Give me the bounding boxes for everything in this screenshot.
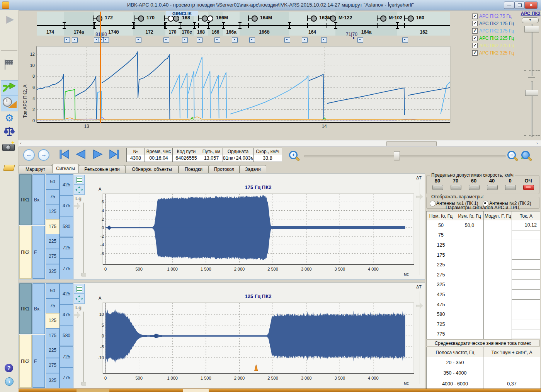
close-button[interactable]: × bbox=[525, 2, 538, 9]
speed-led-70[interactable] bbox=[451, 185, 461, 190]
legend-checkbox[interactable]: ✓ bbox=[472, 43, 478, 48]
freq-button-325[interactable]: 325 bbox=[46, 373, 60, 388]
sidebar: ▶⚙?i bbox=[0, 10, 19, 392]
channel-dropdown[interactable]: ▼ bbox=[522, 17, 539, 23]
gain-slider-thumb[interactable] bbox=[524, 26, 539, 32]
zoom-fit-icon[interactable]: ‹› bbox=[521, 151, 530, 159]
last-button[interactable] bbox=[107, 149, 121, 160]
input-button[interactable]: Вх. bbox=[32, 174, 45, 225]
pk2-button[interactable]: ПК2 bbox=[19, 335, 32, 388]
freq-button-425[interactable]: 425 bbox=[60, 174, 73, 195]
freq-button-125[interactable]: 125 bbox=[46, 313, 60, 328]
scale-slider-thumb[interactable] bbox=[525, 90, 538, 96]
legend-checkbox[interactable]: ✓ bbox=[472, 21, 478, 26]
speed-led-0[interactable] bbox=[505, 185, 516, 190]
pk2-button[interactable]: ПК2 bbox=[19, 226, 32, 279]
main-current-chart[interactable]: 0246810121314Ток АРС ПК2, А bbox=[22, 43, 451, 133]
pk1-button[interactable]: ПК1 bbox=[19, 174, 32, 225]
scroll-icon[interactable] bbox=[4, 164, 14, 171]
freq-button-225[interactable]: 225 bbox=[46, 234, 60, 249]
freq-button-325[interactable]: 325 bbox=[46, 264, 60, 279]
lg-slider-end[interactable] bbox=[82, 382, 86, 385]
input-button[interactable]: Вх. bbox=[32, 283, 45, 334]
scroll-thumb[interactable] bbox=[386, 141, 437, 146]
lg-slider-track[interactable] bbox=[83, 203, 84, 275]
lg-slider-track[interactable] bbox=[83, 312, 84, 384]
signal-chart-svg[interactable]: 175 Гц ПК2А-6-4-2024605001 0001 5002 000… bbox=[87, 174, 416, 279]
freq-button-580[interactable]: 580 bbox=[60, 216, 73, 237]
speed-led-80[interactable] bbox=[432, 185, 443, 190]
freq-button-50[interactable]: 50 bbox=[46, 283, 60, 298]
prev-button[interactable] bbox=[73, 149, 87, 160]
zoom-in-icon[interactable]: + bbox=[289, 151, 298, 159]
zoom-out-icon[interactable]: − bbox=[507, 151, 516, 159]
freq-button-725[interactable]: 725 bbox=[60, 237, 73, 258]
prev-event-button[interactable]: ← bbox=[23, 149, 35, 161]
restore-button[interactable] bbox=[514, 2, 525, 9]
finish-flag-icon[interactable] bbox=[5, 60, 14, 70]
legend-checkbox[interactable]: ✓ bbox=[472, 14, 478, 19]
pan-button[interactable] bbox=[74, 294, 85, 304]
freq-button-475[interactable]: 475 bbox=[60, 304, 73, 325]
freq-button-580[interactable]: 580 bbox=[60, 325, 73, 346]
freq-button-775[interactable]: 775 bbox=[60, 367, 73, 388]
scroll-right-icon[interactable]: › bbox=[536, 141, 538, 145]
first-button[interactable] bbox=[58, 149, 72, 160]
report-button[interactable] bbox=[74, 284, 85, 294]
scroll-left-icon[interactable]: ‹ bbox=[20, 141, 22, 145]
lg-slider-pointer[interactable] bbox=[74, 203, 80, 209]
freq-button-175[interactable]: 175 bbox=[46, 328, 60, 343]
tab-Поездки[interactable]: Поездки bbox=[179, 165, 209, 173]
freq-button-125[interactable]: 125 bbox=[46, 204, 60, 219]
play-icon[interactable]: ▶ bbox=[4, 13, 16, 26]
settings-gear-icon[interactable]: ⚙ bbox=[3, 112, 15, 124]
tab-Задачи[interactable]: Задачи bbox=[240, 165, 266, 173]
tab-Сигналы[interactable]: Сигналы bbox=[52, 164, 79, 173]
position-cursor[interactable] bbox=[100, 12, 101, 123]
tab-Рельсовые цепи[interactable]: Рельсовые цепи bbox=[79, 165, 125, 173]
params-cell: 50,0 bbox=[455, 220, 484, 231]
signal-chart-svg[interactable]: 125 Гц ПК2А-10-5051005001 0001 5002 0002… bbox=[87, 283, 416, 388]
freq-button-725[interactable]: 725 bbox=[60, 346, 73, 367]
lg-slider-pointer[interactable] bbox=[74, 312, 80, 318]
scales-icon[interactable] bbox=[3, 126, 15, 138]
legend-checkbox[interactable]: ✓ bbox=[472, 50, 478, 56]
info-icon[interactable]: i bbox=[5, 377, 14, 386]
freq-button-175[interactable]: 175 bbox=[46, 219, 60, 234]
legend-checkbox[interactable]: ✓ bbox=[472, 28, 478, 34]
f-button[interactable]: F bbox=[32, 226, 45, 279]
next-button[interactable] bbox=[91, 149, 105, 160]
freq-button-275[interactable]: 275 bbox=[46, 358, 60, 373]
speed-led-40[interactable] bbox=[487, 185, 498, 190]
speed-led-60[interactable] bbox=[469, 185, 480, 190]
pan-button[interactable] bbox=[74, 185, 85, 195]
help-icon[interactable]: ? bbox=[5, 364, 13, 372]
freq-button-275[interactable]: 275 bbox=[46, 249, 60, 264]
freq-button-225[interactable]: 225 bbox=[46, 343, 60, 358]
pk1-button[interactable]: ПК1 bbox=[19, 283, 32, 334]
report-button[interactable] bbox=[74, 175, 85, 185]
tab-Обнаруж. объекты[interactable]: Обнаруж. объекты bbox=[125, 165, 179, 173]
freq-button-775[interactable]: 775 bbox=[60, 258, 73, 279]
balise-icon bbox=[136, 37, 141, 43]
measure-button[interactable] bbox=[1, 95, 18, 111]
bottom-scroll-thumb[interactable] bbox=[183, 389, 209, 392]
tab-Протокол[interactable]: Протокол bbox=[209, 165, 240, 173]
camera-icon[interactable] bbox=[2, 141, 15, 152]
f-button[interactable]: F bbox=[32, 335, 45, 388]
tab-Маршрут[interactable]: Маршрут bbox=[19, 165, 52, 173]
freq-button-475[interactable]: 475 bbox=[60, 195, 73, 216]
route-merge-button[interactable] bbox=[1, 80, 18, 95]
lg-slider-end[interactable] bbox=[82, 273, 86, 276]
speed-led-ОЧ[interactable] bbox=[523, 185, 534, 190]
legend-checkbox[interactable]: ✓ bbox=[472, 36, 478, 41]
svg-text:2 500: 2 500 bbox=[267, 267, 278, 271]
zoom-slider-thumb[interactable] bbox=[394, 151, 400, 160]
next-event-button[interactable]: → bbox=[38, 149, 49, 161]
freq-button-50[interactable]: 50 bbox=[46, 174, 60, 189]
minimize-button[interactable]: — bbox=[504, 2, 514, 9]
zoom-slider-track[interactable] bbox=[305, 155, 505, 157]
freq-button-75[interactable]: 75 bbox=[46, 189, 60, 205]
freq-button-425[interactable]: 425 bbox=[60, 283, 73, 304]
freq-button-75[interactable]: 75 bbox=[46, 298, 60, 314]
